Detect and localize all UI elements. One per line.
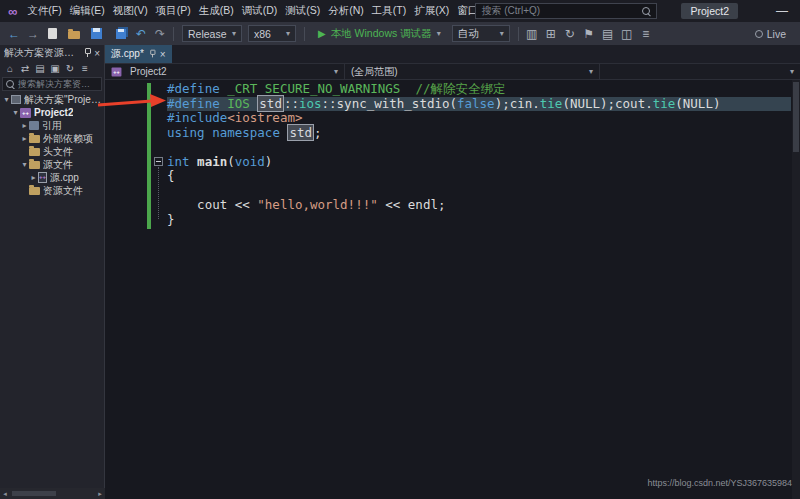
vs-logo-icon: ∞ bbox=[8, 4, 17, 19]
scrollbar-thumb[interactable] bbox=[793, 82, 799, 152]
menu-item[interactable]: 工具(T) bbox=[368, 0, 410, 22]
code-line[interactable]: using namespace std; bbox=[167, 126, 791, 141]
expander-icon[interactable]: ▾ bbox=[2, 95, 11, 104]
code-line[interactable]: { bbox=[167, 169, 791, 184]
solution-tree: ▾解决方案"Project2"▾++Project2▸引用▸外部依赖项头文件▾源… bbox=[0, 93, 104, 197]
annotation-arrow-icon bbox=[96, 92, 168, 110]
separator bbox=[173, 27, 174, 41]
properties-icon[interactable]: ≡ bbox=[78, 63, 92, 74]
refresh-icon[interactable]: ↻ bbox=[562, 27, 578, 41]
tree-item-label: 源.cpp bbox=[50, 171, 79, 184]
cpp-file-icon: ++ bbox=[38, 172, 47, 183]
code-line[interactable]: } bbox=[167, 213, 791, 228]
quick-search-placeholder: 搜索 (Ctrl+Q) bbox=[481, 4, 540, 18]
solution-icon bbox=[11, 95, 21, 104]
tree-item-label: Project2 bbox=[34, 107, 73, 118]
show-all-files-icon[interactable]: ▤ bbox=[33, 63, 47, 74]
tree-item[interactable]: 资源文件 bbox=[0, 184, 104, 197]
breakpoints-icon[interactable]: ▥ bbox=[524, 27, 540, 41]
redo-icon[interactable]: ↷ bbox=[152, 27, 168, 41]
open-folder-icon[interactable] bbox=[68, 31, 80, 39]
switch-views-icon[interactable]: ⇄ bbox=[18, 63, 32, 74]
save-icon[interactable] bbox=[91, 28, 102, 39]
quick-search-box[interactable]: 搜索 (Ctrl+Q) bbox=[475, 3, 657, 19]
tab-source-cpp[interactable]: 源.cpp* × bbox=[105, 45, 172, 63]
tree-item[interactable]: ▸++源.cpp bbox=[0, 171, 104, 184]
close-icon[interactable]: × bbox=[160, 49, 166, 60]
nav-forward-icon[interactable]: → bbox=[25, 27, 41, 41]
tree-item[interactable]: 头文件 bbox=[0, 145, 104, 158]
horizontal-scrollbar[interactable]: ◂ ▸ bbox=[0, 488, 105, 499]
menu-item[interactable]: 测试(S) bbox=[281, 0, 324, 22]
project-dropdown[interactable]: ++ Project2 ▾ bbox=[105, 64, 345, 79]
toolbar-left-icons: ←→↶↷ bbox=[6, 27, 168, 41]
member-dropdown[interactable]: ▾ bbox=[600, 64, 800, 79]
debug-target-label: 本地 Windows 调试器 bbox=[331, 27, 432, 41]
tree-item[interactable]: ▾++Project2 bbox=[0, 106, 104, 119]
vertical-scrollbar[interactable] bbox=[792, 80, 800, 499]
menu-item[interactable]: 调试(D) bbox=[238, 0, 282, 22]
start-debugging-button[interactable]: ▶ 本地 Windows 调试器 ▾ bbox=[312, 25, 447, 42]
code-line[interactable]: cout << "hello,world!!!" << endl; bbox=[167, 198, 791, 213]
panel-title: 解决方案资源管理器 bbox=[4, 46, 80, 60]
code-editor[interactable]: #define _CRT_SECURE_NO_WARNINGS //解除安全绑定… bbox=[105, 80, 800, 499]
flag-icon[interactable]: ⚑ bbox=[581, 27, 597, 41]
tree-item-label: 引用 bbox=[42, 119, 62, 132]
expander-icon[interactable]: ▾ bbox=[11, 108, 20, 117]
refresh-icon[interactable]: ↻ bbox=[63, 63, 77, 74]
code-area[interactable]: #define _CRT_SECURE_NO_WARNINGS //解除安全绑定… bbox=[167, 82, 791, 227]
chevron-down-icon: ▾ bbox=[790, 67, 794, 76]
menu-item[interactable]: 扩展(X) bbox=[410, 0, 453, 22]
tree-item[interactable]: ▾解决方案"Project2" bbox=[0, 93, 104, 106]
tree-item[interactable]: ▸引用 bbox=[0, 119, 104, 132]
scroll-right-icon[interactable]: ▸ bbox=[95, 490, 105, 498]
code-line[interactable] bbox=[167, 140, 791, 155]
menu-item[interactable]: 项目(P) bbox=[152, 0, 195, 22]
menu-lines-icon[interactable]: ≡ bbox=[638, 27, 654, 41]
minimize-button[interactable]: — bbox=[776, 4, 788, 18]
tree-item[interactable]: ▸外部依赖项 bbox=[0, 132, 104, 145]
configuration-combo[interactable]: Release ▾ bbox=[182, 25, 242, 42]
home-icon[interactable]: ⌂ bbox=[3, 63, 17, 74]
toolbar-right-icons: ▥⊞↻⚑▤◫≡ bbox=[524, 27, 654, 41]
cpp-project-icon: ++ bbox=[112, 67, 122, 76]
scroll-left-icon[interactable]: ◂ bbox=[0, 490, 10, 498]
configuration-value: Release bbox=[188, 28, 227, 40]
scope-dropdown-value: (全局范围) bbox=[351, 65, 398, 79]
code-line[interactable] bbox=[167, 184, 791, 199]
tree-item[interactable]: ▾源文件 bbox=[0, 158, 104, 171]
expander-icon[interactable]: ▸ bbox=[20, 121, 29, 130]
expander-icon[interactable]: ▾ bbox=[20, 160, 29, 169]
pin-icon[interactable] bbox=[148, 50, 155, 59]
expander-icon[interactable]: ▸ bbox=[20, 134, 29, 143]
list-icon[interactable]: ▤ bbox=[600, 27, 616, 41]
platform-combo[interactable]: x86 ▾ bbox=[248, 25, 296, 42]
menu-item[interactable]: 编辑(E) bbox=[66, 0, 109, 22]
scope-dropdown[interactable]: (全局范围) ▾ bbox=[345, 64, 600, 79]
pin-icon[interactable] bbox=[83, 48, 91, 58]
solution-search-box[interactable]: 搜索解决方案资源管理器(Ctrl+;) bbox=[2, 77, 102, 91]
menu-item[interactable]: 窗口(W) bbox=[453, 0, 475, 22]
close-icon[interactable]: × bbox=[94, 48, 100, 59]
live-share-button[interactable]: Live bbox=[755, 28, 786, 40]
menu-item[interactable]: 文件(F) bbox=[23, 0, 65, 22]
split-window-icon[interactable]: ◫ bbox=[619, 27, 635, 41]
folder-icon bbox=[29, 161, 40, 169]
code-line[interactable]: #define IOS std::ios::sync_with_stdio(fa… bbox=[167, 97, 791, 112]
mode-combo[interactable]: 自动 ▾ bbox=[452, 25, 510, 42]
menu-item[interactable]: 分析(N) bbox=[324, 0, 368, 22]
menu-item[interactable]: 生成(B) bbox=[195, 0, 238, 22]
scrollbar-thumb[interactable] bbox=[12, 491, 56, 496]
collapse-region-icon[interactable] bbox=[154, 157, 163, 166]
code-line[interactable]: #include<iostream> bbox=[167, 111, 791, 126]
nav-back-icon[interactable]: ← bbox=[6, 27, 22, 41]
expander-icon[interactable]: ▸ bbox=[29, 173, 38, 182]
save-all-icon[interactable] bbox=[116, 29, 126, 39]
code-line[interactable]: int main(void) bbox=[167, 155, 791, 170]
undo-icon[interactable]: ↶ bbox=[133, 27, 149, 41]
output-window-icon[interactable]: ⊞ bbox=[543, 27, 559, 41]
collapse-all-icon[interactable]: ▣ bbox=[48, 63, 62, 74]
cpp-project-icon: ++ bbox=[20, 108, 31, 118]
new-file-icon[interactable] bbox=[48, 28, 57, 39]
menu-item[interactable]: 视图(V) bbox=[109, 0, 152, 22]
